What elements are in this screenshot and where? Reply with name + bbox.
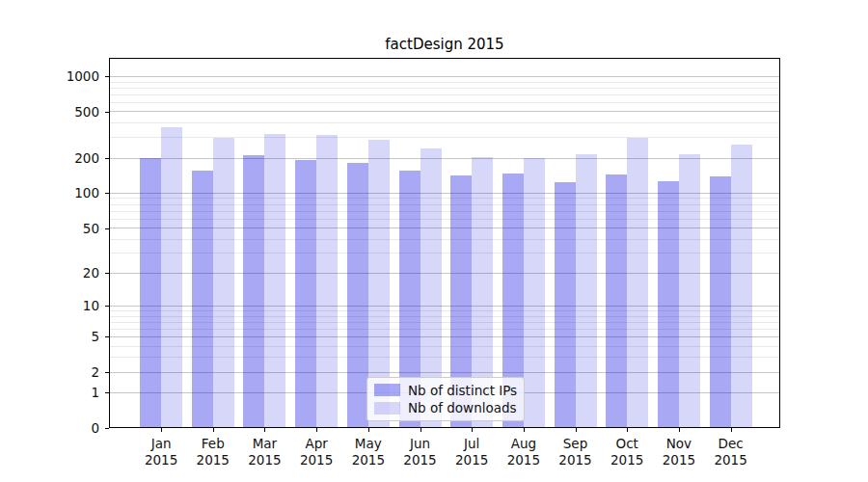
bar-downloads: [731, 145, 752, 427]
x-tick-mark: [627, 428, 628, 432]
x-tick-mark: [472, 428, 473, 432]
bar-downloads: [627, 138, 648, 427]
gridline-minor: [110, 102, 779, 103]
gridline-major: [110, 76, 779, 77]
y-axis-tick-label: 2: [32, 363, 99, 381]
bar-distinct-ips: [243, 155, 264, 427]
y-tick-mark: [105, 193, 109, 194]
legend: Nb of distinct IPs Nb of downloads: [366, 377, 525, 421]
gridline-minor: [110, 82, 779, 83]
gridline-minor: [110, 137, 779, 138]
legend-label-distinct-ips: Nb of distinct IPs: [408, 383, 517, 398]
y-tick-mark: [105, 112, 109, 113]
bar-distinct-ips: [555, 182, 576, 427]
legend-item-downloads: Nb of downloads: [374, 400, 517, 415]
figure: factDesign 2015 Nb of distinct IPs Nb of…: [0, 0, 868, 482]
y-tick-mark: [105, 336, 109, 337]
y-axis-tick-label: 1000: [32, 67, 99, 85]
y-tick-mark: [105, 273, 109, 274]
gridline-minor: [110, 94, 779, 95]
x-tick-mark: [420, 428, 421, 432]
y-tick-mark: [105, 372, 109, 373]
y-tick-mark: [105, 392, 109, 393]
x-tick-mark: [731, 428, 732, 432]
bar-downloads: [161, 127, 182, 427]
x-axis-tick-label: Dec 2015: [700, 436, 762, 469]
x-tick-mark: [316, 428, 317, 432]
y-tick-mark: [105, 428, 109, 429]
chart-title: factDesign 2015: [109, 36, 780, 53]
bar-downloads: [679, 154, 700, 427]
y-axis-tick-label: 200: [32, 149, 99, 167]
legend-label-downloads: Nb of downloads: [408, 400, 517, 415]
y-axis-tick-label: 100: [32, 184, 99, 201]
x-tick-mark: [161, 428, 162, 432]
bar-downloads: [576, 154, 597, 427]
bar-distinct-ips: [347, 163, 368, 427]
x-tick-mark: [524, 428, 525, 432]
y-axis-tick-label: 1: [32, 384, 99, 401]
y-axis-tick-label: 5: [32, 328, 99, 345]
legend-swatch-downloads: [374, 402, 400, 415]
bar-distinct-ips: [140, 158, 161, 427]
y-axis-tick-label: 50: [32, 220, 99, 237]
gridline-major: [110, 111, 779, 112]
legend-item-distinct-ips: Nb of distinct IPs: [374, 383, 517, 398]
bar-distinct-ips: [192, 171, 213, 427]
x-tick-mark: [576, 428, 577, 432]
legend-swatch-distinct-ips: [374, 384, 400, 396]
y-axis-tick-label: 20: [32, 264, 99, 281]
bar-downloads: [213, 138, 234, 427]
x-tick-mark: [264, 428, 265, 432]
bar-distinct-ips: [710, 176, 731, 427]
y-axis-tick-label: 500: [32, 103, 99, 120]
gridline-minor: [110, 122, 779, 123]
y-axis-tick-label: 0: [32, 419, 99, 437]
bar-distinct-ips: [658, 181, 679, 427]
x-tick-mark: [368, 428, 369, 432]
bar-distinct-ips: [606, 174, 627, 427]
bar-distinct-ips: [295, 160, 316, 427]
x-tick-mark: [679, 428, 680, 432]
y-tick-mark: [105, 76, 109, 77]
bar-downloads: [524, 158, 545, 427]
y-tick-mark: [105, 306, 109, 307]
bar-downloads: [316, 135, 338, 427]
gridline-minor: [110, 88, 779, 89]
x-tick-mark: [213, 428, 214, 432]
y-axis-tick-label: 10: [32, 297, 99, 314]
y-tick-mark: [105, 228, 109, 229]
bar-downloads: [264, 134, 285, 427]
y-tick-mark: [105, 158, 109, 159]
